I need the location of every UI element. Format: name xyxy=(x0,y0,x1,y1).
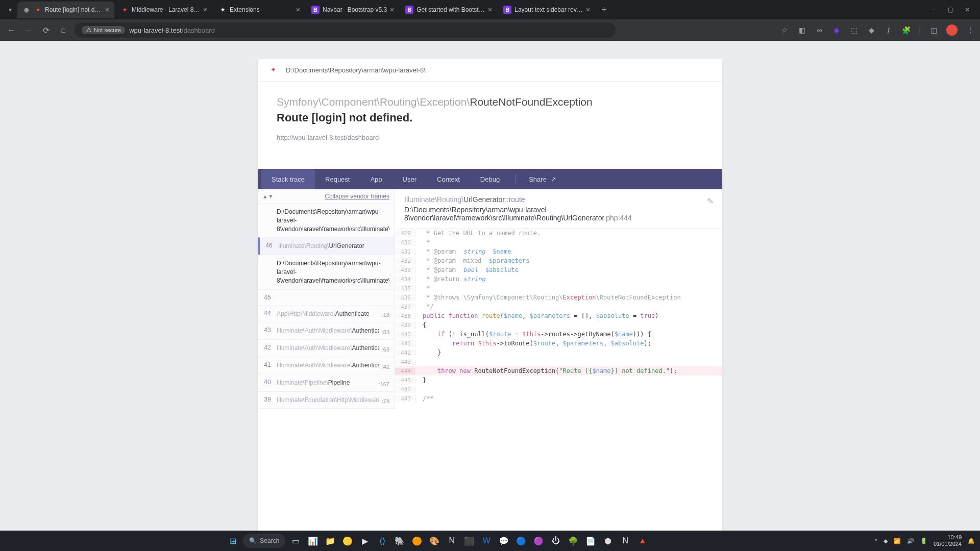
code-file: .php:444 xyxy=(604,214,632,222)
stack-frame[interactable]: 42Illuminate\Auth\Middleware\Authenticat… xyxy=(258,339,395,357)
figma-icon[interactable]: 🎨 xyxy=(427,534,442,548)
code-panel: ✎ Illuminate\Routing\UrlGenerator::route… xyxy=(395,189,722,409)
share-button[interactable]: Share ↗ xyxy=(521,176,565,183)
close-icon[interactable]: × xyxy=(203,6,207,14)
youtube-icon[interactable]: ▶ xyxy=(358,534,372,548)
chevron-up-icon[interactable]: ^ xyxy=(875,538,877,544)
whatsapp-icon[interactable]: 💬 xyxy=(497,534,511,548)
app-icon[interactable]: 🌳 xyxy=(566,534,580,548)
close-icon[interactable]: × xyxy=(586,6,590,14)
close-icon[interactable]: × xyxy=(488,6,492,14)
new-tab-button[interactable]: + xyxy=(596,5,612,15)
start-button[interactable]: ⊞ xyxy=(226,534,240,548)
tab-request[interactable]: Request xyxy=(315,169,360,189)
error-card: ✦ D:\Documents\Repository\arman\wpu-lara… xyxy=(258,59,722,531)
close-icon[interactable]: × xyxy=(296,6,300,14)
extensions-icon[interactable]: 🧩 xyxy=(901,26,911,35)
stack-frame[interactable]: 41Illuminate\Auth\Middleware\Authenticat… xyxy=(258,357,395,374)
tab[interactable]: B Get started with Bootstrap · Bo × xyxy=(400,2,497,18)
code-class: UrlGenerator xyxy=(463,195,505,204)
tray-icon[interactable]: ◆ xyxy=(884,538,888,544)
discord-icon[interactable]: 🟣 xyxy=(531,534,546,548)
chrome-icon[interactable]: 🟡 xyxy=(340,534,355,548)
taskbar: ⊞ 🔍 Search ▭ 📊 📁 🟡 ▶ ⟨⟩ 🐘 🟠 🎨 N ⬛ W 💬 🔵 … xyxy=(0,531,980,551)
tab[interactable]: B Navbar · Bootstrap v5.3 × xyxy=(306,2,399,18)
tab-debug[interactable]: Debug xyxy=(470,169,510,189)
tab[interactable]: ✦ Middleware - Laravel 8.x - The × xyxy=(115,2,212,18)
word-icon[interactable]: W xyxy=(479,534,494,548)
extension-icon[interactable]: ƒ xyxy=(884,26,893,35)
stack-frame[interactable]: 46Illuminate\Routing\UrlGenerator xyxy=(258,237,395,255)
minimize-icon[interactable]: — xyxy=(930,6,937,13)
task-view-icon[interactable]: ▭ xyxy=(288,534,303,548)
explorer-icon[interactable]: 📁 xyxy=(323,534,337,548)
notion-icon[interactable]: N xyxy=(445,534,459,548)
postman-icon[interactable]: 🟠 xyxy=(410,534,424,548)
back-button[interactable]: ← xyxy=(5,26,17,35)
app-icon[interactable]: 🐘 xyxy=(393,534,407,548)
vlc-icon[interactable]: 🔺 xyxy=(635,534,650,548)
forward-button[interactable]: → xyxy=(22,26,35,35)
side-panel-icon[interactable]: ◫ xyxy=(929,26,938,35)
tab[interactable]: B Layout text sidebar reverse · Bo × xyxy=(498,2,595,18)
stack-frame[interactable]: 40Illuminate\Pipeline\Pipeline:167 xyxy=(258,374,395,391)
tab-title: Middleware - Laravel 8.x - The xyxy=(132,6,200,13)
battery-icon[interactable]: 🔋 xyxy=(920,538,927,544)
stack-frame[interactable]: 43Illuminate\Auth\Middleware\Authenticat… xyxy=(258,322,395,339)
notifications-icon[interactable]: 🔔 xyxy=(968,538,975,544)
frame-group-header[interactable]: D:\Documents\Repository\arman\wpu-larave… xyxy=(258,203,395,237)
code-block: 429 * Get the URL to a named route. 430 … xyxy=(395,229,722,403)
extension-icon[interactable]: ◉ xyxy=(832,26,841,35)
exception-namespace: Symfony\Component\Routing\Exception\ xyxy=(277,96,470,108)
app-icon[interactable]: ⏻ xyxy=(549,534,563,548)
frame-nav-arrows[interactable]: ▴ ▾ xyxy=(263,192,273,200)
stack-frame[interactable]: 38Illuminate\Pipeline\Pipeline:167 xyxy=(258,408,395,409)
terminal-icon[interactable]: ⬛ xyxy=(462,534,476,548)
address-bar[interactable]: Not secure wpu-laravel-8.test/dashboard xyxy=(75,22,616,38)
stack-frame[interactable]: 39Illuminate\Foundation\Http\Middleware\… xyxy=(258,391,395,409)
close-icon[interactable]: × xyxy=(105,6,109,14)
stack-frame[interactable]: 44App\Http\Middleware\Authenticate:18 xyxy=(258,305,395,322)
tab-context[interactable]: Context xyxy=(427,169,470,189)
home-button[interactable]: ⌂ xyxy=(57,26,69,35)
collapse-vendor-link[interactable]: Collapse vendor frames xyxy=(325,193,389,200)
security-badge[interactable]: Not secure xyxy=(82,26,125,34)
extension-icon[interactable]: ◧ xyxy=(797,26,806,35)
notepad-icon[interactable]: 📄 xyxy=(583,534,598,548)
app-icon[interactable]: N xyxy=(618,534,632,548)
extension-icon[interactable]: ∞ xyxy=(815,26,824,35)
search-icon: 🔍 xyxy=(249,537,257,544)
laravel-icon: ✦ xyxy=(120,6,129,14)
bootstrap-icon: B xyxy=(311,6,320,14)
tab-user[interactable]: User xyxy=(393,169,427,189)
profile-avatar[interactable] xyxy=(946,24,958,36)
wifi-icon[interactable]: 📶 xyxy=(894,538,901,544)
edit-icon[interactable]: ✎ xyxy=(707,196,714,206)
reload-button[interactable]: ⟳ xyxy=(40,26,52,35)
tab[interactable]: ✦ Extensions × xyxy=(213,2,305,18)
share-icon: ↗ xyxy=(551,176,556,183)
extension-icon[interactable]: ⬚ xyxy=(849,26,859,35)
close-icon[interactable]: × xyxy=(390,6,394,14)
app-icon[interactable]: 📊 xyxy=(306,534,320,548)
taskbar-search[interactable]: 🔍 Search xyxy=(243,534,285,548)
close-window-icon[interactable]: ✕ xyxy=(965,6,970,13)
tab-stack-trace[interactable]: Stack trace xyxy=(261,169,315,189)
volume-icon[interactable]: 🔊 xyxy=(907,538,914,544)
tab-app[interactable]: App xyxy=(360,169,392,189)
star-icon[interactable]: ☆ xyxy=(780,26,789,35)
tab-search-icon[interactable]: ▾ xyxy=(5,5,15,15)
menu-icon[interactable]: ⋮ xyxy=(966,26,975,35)
app-icon[interactable]: 🔵 xyxy=(514,534,528,548)
extension-icon[interactable]: ◆ xyxy=(867,26,876,35)
frames-panel: ▴ ▾ Collapse vendor frames D:\Documents\… xyxy=(258,189,395,409)
frame-group-header[interactable]: D:\Documents\Repository\arman\wpu-larave… xyxy=(258,255,395,289)
app-icon[interactable]: ⬢ xyxy=(601,534,615,548)
maximize-icon[interactable]: ▢ xyxy=(948,6,953,13)
clock[interactable]: 10:49 01/01/2024 xyxy=(934,534,962,547)
toolbar: ← → ⟳ ⌂ Not secure wpu-laravel-8.test/da… xyxy=(0,19,980,41)
tab-title: Get started with Bootstrap · Bo xyxy=(416,6,485,13)
tab-active[interactable]: ◉ ✦ Route [login] not defined. × xyxy=(17,2,114,18)
vscode-icon[interactable]: ⟨⟩ xyxy=(375,534,389,548)
stack-frame[interactable]: 45 xyxy=(258,289,395,305)
